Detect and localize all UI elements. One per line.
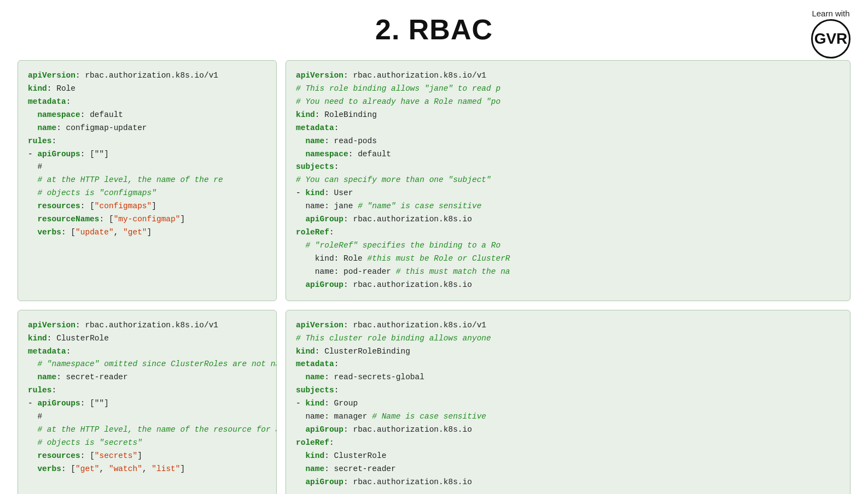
main-content: apiVersion: rbac.authorization.k8s.io/v1…	[0, 56, 868, 494]
role-code-box: apiVersion: rbac.authorization.k8s.io/v1…	[18, 60, 277, 301]
rb-roleref-key: roleRef	[296, 228, 329, 237]
logo-top-text: Learn with	[812, 9, 849, 18]
crb-comment1: # This cluster role binding allows anyon…	[296, 334, 491, 343]
cr-metadata-key: metadata	[28, 347, 66, 356]
cr-verbs-key: verbs	[37, 464, 61, 473]
rolebinding-code-box: apiVersion: rbac.authorization.k8s.io/v1…	[286, 60, 850, 301]
comment-configmaps: # objects is "configmaps"	[37, 189, 156, 197]
rb-namespace-key: namespace	[305, 150, 348, 158]
cr-apigroups-key: apiGroups	[37, 399, 80, 408]
cr-name-key: name	[37, 373, 56, 381]
namespace-key: namespace	[37, 110, 80, 119]
resourcenames-key: resourceNames	[37, 215, 99, 224]
logo-circle: GVR	[811, 19, 850, 58]
cr-resources-key: resources	[37, 451, 80, 460]
crb-name-key: name	[305, 373, 324, 381]
apiversion-key: apiVersion	[28, 71, 75, 80]
rb-subjects-key: subjects	[296, 162, 334, 171]
cr-apiversion-key: apiVersion	[28, 321, 75, 330]
verbs-key: verbs	[37, 228, 61, 237]
crb-kind3-key: kind	[305, 451, 324, 460]
crb-apiversion-key: apiVersion	[296, 321, 343, 330]
rb-comment2: # You need to already have a Role named …	[296, 97, 500, 106]
logo: Learn with GVR	[811, 9, 850, 58]
clusterrolebinding-code-box: apiVersion: rbac.authorization.k8s.io/v1…	[286, 310, 850, 494]
rb-apiversion-key: apiVersion	[296, 71, 343, 80]
cr-comment2: # at the HTTP level, the name of the res…	[37, 425, 277, 434]
page-title: 2. RBAC	[0, 0, 868, 56]
rb-name-key: name	[305, 137, 324, 145]
crb-kind-key: kind	[296, 347, 315, 356]
crb-subjects-key: subjects	[296, 386, 334, 395]
cr-kind-key: kind	[28, 334, 47, 343]
rb-apigroup-key: apiGroup	[305, 215, 343, 224]
crb-apigroup-key: apiGroup	[305, 425, 343, 434]
crb-apigroup2-key: apiGroup	[305, 478, 343, 486]
cr-rules-key: rules	[28, 386, 52, 395]
crb-roleref-key: roleRef	[296, 438, 329, 447]
metadata-key: metadata	[28, 97, 66, 106]
clusterrole-code-box: apiVersion: rbac.authorization.k8s.io/v1…	[18, 310, 277, 494]
resources-key: resources	[37, 202, 80, 210]
apigroups-key: apiGroups	[37, 150, 80, 158]
rb-apigroup2-key: apiGroup	[305, 280, 343, 289]
rb-metadata-key: metadata	[296, 124, 334, 132]
crb-kind2-key: kind	[305, 399, 324, 408]
rules-key: rules	[28, 137, 52, 145]
comment-resources: # at the HTTP level, the name of the re	[37, 175, 223, 184]
name-key: name	[37, 124, 56, 132]
crb-name2-key: name	[305, 464, 324, 473]
rb-comment1: # This role binding allows "jane" to rea…	[296, 84, 500, 93]
cr-comment1: # "namespace" omitted since ClusterRoles…	[37, 360, 277, 368]
cr-comment3: # objects is "secrets"	[37, 438, 142, 447]
kind-key: kind	[28, 84, 47, 93]
rb-comment3: # You can specify more than one "subject…	[296, 175, 491, 184]
rb-kind-key: kind	[296, 110, 315, 119]
rb-comment4: # "roleRef" specifies the binding to a R…	[305, 241, 500, 250]
crb-metadata-key: metadata	[296, 360, 334, 368]
rb-kind2-key: kind	[305, 189, 324, 197]
